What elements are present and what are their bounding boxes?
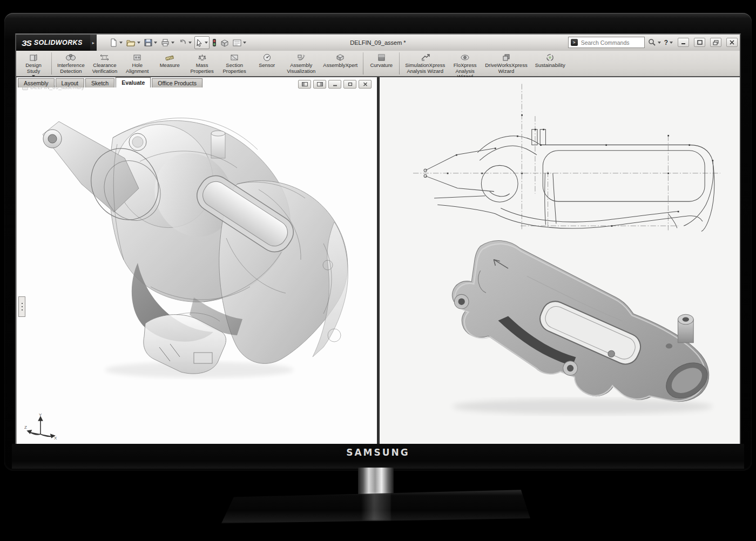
coordinate-triad: Y X Z xyxy=(24,411,58,439)
handle-shell-part-model xyxy=(427,237,730,418)
app-titlebar: ЗS SOLIDWORKS ▸ xyxy=(16,35,740,51)
assembly-visualization-icon xyxy=(297,53,306,62)
search-input[interactable] xyxy=(580,39,631,46)
minimize-button[interactable] xyxy=(678,38,689,47)
graphics-area: DELFIN_09_assembly Assembly Layout Sketc… xyxy=(16,77,740,444)
monitor-photo: ЗS SOLIDWORKS ▸ xyxy=(0,0,756,541)
search-box[interactable]: > xyxy=(568,37,645,48)
measure-button[interactable]: Measure xyxy=(153,52,186,69)
triad-x-label: X xyxy=(54,436,57,439)
tab-layout[interactable]: Layout xyxy=(56,78,85,87)
options-icon[interactable] xyxy=(219,37,230,49)
featuremanager-splitter-handle[interactable] xyxy=(18,296,25,317)
magnifier-icon[interactable] xyxy=(648,38,661,46)
measure-icon xyxy=(165,53,174,62)
glue-gun-assembly-model[interactable] xyxy=(32,103,377,381)
sustainability-button[interactable]: Sustainability xyxy=(531,52,569,69)
evaluate-ribbon: Design Study Interference Detection C xyxy=(16,51,740,77)
sustainability-icon xyxy=(546,53,554,62)
document-minimize-button[interactable] xyxy=(328,80,341,89)
sensor-icon xyxy=(263,53,271,62)
monitor-brand-logo: SAMSUNG xyxy=(0,447,756,458)
assembly-visualization-button[interactable]: Assembly Visualization xyxy=(283,52,319,75)
simulationxpress-button[interactable]: SimulationXpress Analysis Wizard xyxy=(401,52,449,75)
screen: ЗS SOLIDWORKS ▸ xyxy=(15,33,741,444)
curvature-icon xyxy=(377,53,386,62)
section-properties-button[interactable]: Section Properties xyxy=(218,52,251,75)
interference-detection-button[interactable]: Interference Detection xyxy=(53,52,89,75)
driveworksxpress-button[interactable]: DriveWorksXpress Wizard xyxy=(481,52,531,75)
simulationxpress-icon xyxy=(421,53,430,62)
hole-alignment-icon xyxy=(133,53,141,62)
floxpress-button[interactable]: FloXpress Analysis Wizard xyxy=(449,52,481,80)
document-window-buttons xyxy=(298,80,372,89)
profile-sketch-wireframe xyxy=(412,83,723,233)
print-icon[interactable] xyxy=(160,37,176,49)
assembly-viewport[interactable]: DELFIN_09_assembly Assembly Layout Sketc… xyxy=(16,77,377,444)
maximize-button[interactable] xyxy=(694,38,705,47)
new-icon[interactable] xyxy=(109,37,124,49)
document-restore-button[interactable] xyxy=(343,80,356,89)
search-commands-icon: > xyxy=(571,39,578,46)
design-study-icon xyxy=(29,53,38,62)
assemblyxpert-button[interactable]: AssemblyXpert xyxy=(319,52,361,69)
clearance-verification-button[interactable]: Clearance Verification xyxy=(89,52,121,75)
tab-office-products[interactable]: Office Products xyxy=(152,78,202,87)
solidworks-logo: ЗS SOLIDWORKS xyxy=(16,35,90,51)
mass-properties-button[interactable]: Mass Properties xyxy=(186,52,218,75)
close-button[interactable] xyxy=(726,38,738,47)
triad-y-label: Y xyxy=(39,412,42,417)
clearance-verification-icon xyxy=(100,53,109,62)
driveworksxpress-icon xyxy=(502,53,510,62)
triad-z-label: Z xyxy=(24,425,27,430)
select-icon[interactable] xyxy=(194,36,210,49)
tab-sketch[interactable]: Sketch xyxy=(85,78,114,87)
menu-flyout-arrow[interactable]: ▸ xyxy=(90,35,97,51)
floxpress-icon xyxy=(461,53,469,62)
curvature-button[interactable]: Curvature xyxy=(365,52,397,69)
assemblyxpert-icon xyxy=(336,53,345,62)
open-icon[interactable] xyxy=(125,37,141,49)
section-properties-icon xyxy=(230,53,239,62)
titlebar-right: > ? xyxy=(568,37,738,48)
tab-evaluate[interactable]: Evaluate xyxy=(116,77,151,87)
sensor-button[interactable]: Sensor xyxy=(251,52,283,69)
commandmanager-tabs: Assembly Layout Sketch Evaluate Office P… xyxy=(18,77,204,87)
help-icon[interactable]: ? xyxy=(664,39,673,46)
reference-viewport[interactable] xyxy=(380,77,741,444)
undo-icon[interactable] xyxy=(177,37,193,49)
rebuild-icon[interactable] xyxy=(211,37,218,49)
interference-detection-icon xyxy=(66,53,76,62)
stand-reflection xyxy=(361,492,391,520)
pane-split-right-icon[interactable] xyxy=(313,80,326,89)
solidworks-logo-mark: ЗS xyxy=(22,38,31,48)
save-icon[interactable] xyxy=(143,37,158,49)
mass-properties-icon xyxy=(198,53,207,62)
design-study-button[interactable]: Design Study xyxy=(17,52,50,78)
pane-split-left-icon[interactable] xyxy=(298,80,311,89)
quick-toolbar xyxy=(109,36,247,49)
solidworks-logo-name: SOLIDWORKS xyxy=(34,39,83,46)
tab-assembly[interactable]: Assembly xyxy=(18,78,55,87)
sheet-properties-icon[interactable] xyxy=(232,37,247,49)
hole-alignment-button[interactable]: Hole Alignment xyxy=(121,52,153,75)
restore-button[interactable] xyxy=(710,38,721,47)
document-close-button[interactable] xyxy=(359,80,372,89)
